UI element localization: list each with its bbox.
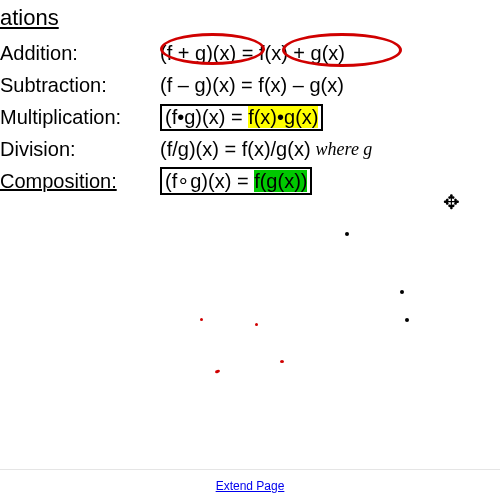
label-subtraction: Subtraction: bbox=[0, 74, 160, 97]
row-division: Division: (f/g)(x) = f(x)/g(x) where g bbox=[0, 135, 500, 163]
ink-dot bbox=[215, 369, 221, 373]
label-division: Division: bbox=[0, 138, 160, 161]
highlight-yellow: f(x)•g(x) bbox=[248, 106, 318, 128]
move-cursor-icon: ✥ bbox=[443, 190, 460, 214]
ink-dot bbox=[345, 232, 349, 236]
formula-subtraction: (f – g)(x) = f(x) – g(x) bbox=[160, 74, 344, 97]
row-multiplication: Multiplication: (f•g)(x) = f(x)•g(x) bbox=[0, 103, 500, 131]
section-heading: ations bbox=[0, 5, 500, 31]
extend-page-link[interactable]: Extend Page bbox=[216, 479, 285, 493]
highlight-green: f(g(x)) bbox=[254, 170, 307, 192]
formula-multiplication: (f•g)(x) = f(x)•g(x) bbox=[160, 104, 323, 131]
row-addition: Addition: (f + g)(x) = f(x) + g(x) bbox=[0, 39, 500, 67]
row-composition: Composition: (f∘g)(x) = f(g(x)) bbox=[0, 167, 500, 195]
handwritten-note: where g bbox=[316, 139, 373, 160]
ink-dot bbox=[405, 318, 409, 322]
whiteboard-content: ations Addition: (f + g)(x) = f(x) + g(x… bbox=[0, 5, 500, 199]
row-subtraction: Subtraction: (f – g)(x) = f(x) – g(x) bbox=[0, 71, 500, 99]
formula-division: (f/g)(x) = f(x)/g(x) bbox=[160, 138, 311, 161]
ink-dot bbox=[400, 290, 404, 294]
ink-dot bbox=[255, 323, 258, 326]
label-multiplication: Multiplication: bbox=[0, 106, 160, 129]
footer-bar: Extend Page bbox=[0, 469, 500, 500]
label-composition: Composition: bbox=[0, 170, 160, 193]
formula-composition: (f∘g)(x) = f(g(x)) bbox=[160, 167, 312, 195]
formula-addition: (f + g)(x) = f(x) + g(x) bbox=[160, 42, 345, 65]
ink-dot bbox=[280, 360, 284, 363]
label-addition: Addition: bbox=[0, 42, 160, 65]
ink-dot bbox=[200, 318, 203, 321]
